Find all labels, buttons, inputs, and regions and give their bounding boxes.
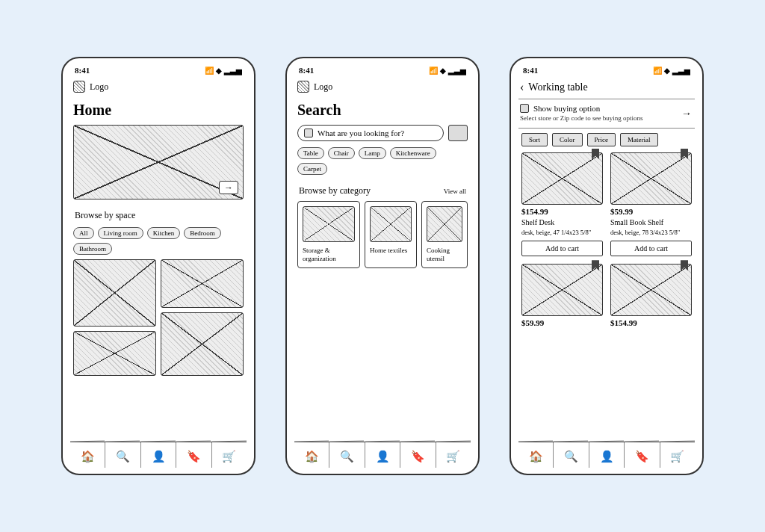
- logo-label: Logo: [90, 81, 108, 93]
- signal-icon: 📶: [205, 66, 214, 75]
- tab-cart[interactable]: 🛒: [436, 442, 471, 468]
- phone-home: 8:41 📶 ◆ ▂▃▅ Logo Home → Browse by space…: [61, 57, 255, 475]
- search-bar: What are you looking for?: [297, 125, 468, 141]
- product-image: [610, 264, 692, 316]
- product-card[interactable]: $154.99 Shelf Desk desk, beige, 47 1/4x2…: [521, 152, 603, 256]
- product-price: $154.99: [610, 318, 692, 327]
- artboard: 8:41 📶 ◆ ▂▃▅ Logo Home → Browse by space…: [61, 57, 704, 475]
- tab-profile[interactable]: 👤: [589, 442, 625, 468]
- status-bar: 8:41 📶 ◆ ▂▃▅: [70, 66, 247, 78]
- back-icon[interactable]: ‹: [520, 81, 524, 94]
- space-tile[interactable]: [73, 259, 156, 327]
- chip-living-room[interactable]: Living room: [98, 227, 143, 239]
- tab-search[interactable]: 🔍: [554, 442, 589, 468]
- battery-icon: ▂▃▅: [448, 66, 466, 75]
- category-row[interactable]: Storage & organization Home textiles Coo…: [296, 201, 469, 268]
- category-card[interactable]: Home textiles: [365, 201, 417, 268]
- tab-bookmarks[interactable]: 🔖: [625, 442, 660, 468]
- chip-kitchen[interactable]: Kitchen: [147, 227, 181, 239]
- filter-price[interactable]: Price: [587, 133, 616, 146]
- chip-table[interactable]: Table: [297, 147, 324, 159]
- filter-row: Sort Color Price Material: [520, 133, 693, 152]
- filter-material[interactable]: Material: [620, 133, 658, 146]
- search-input[interactable]: What are you looking for?: [297, 125, 444, 141]
- search-icon: [304, 129, 313, 137]
- tab-search[interactable]: 🔍: [329, 442, 365, 468]
- back-row: ‹ Working table: [518, 78, 695, 99]
- tab-cart[interactable]: 🛒: [212, 442, 247, 468]
- tab-search[interactable]: 🔍: [105, 442, 140, 468]
- browse-category-label: Browse by category View all: [296, 179, 469, 201]
- tab-profile[interactable]: 👤: [365, 442, 400, 468]
- hero-image[interactable]: →: [73, 125, 244, 200]
- status-time: 8:41: [523, 66, 538, 75]
- space-tile[interactable]: [161, 312, 244, 376]
- status-time: 8:41: [299, 66, 314, 75]
- page-title: Working table: [528, 81, 587, 93]
- chip-carpet[interactable]: Carpet: [297, 163, 327, 175]
- category-label: Cooking utensil: [427, 247, 462, 263]
- results-content: Sort Color Price Material $154.99 Shelf …: [518, 133, 695, 442]
- product-price: $59.99: [610, 207, 692, 216]
- phone-results: 8:41 📶 ◆ ▂▃▅ ‹ Working table Show buying…: [510, 57, 704, 475]
- space-tile[interactable]: [161, 259, 244, 308]
- scan-button[interactable]: [448, 125, 468, 141]
- product-grid: $154.99 Shelf Desk desk, beige, 47 1/4x2…: [520, 152, 693, 327]
- chip-chair[interactable]: Chair: [328, 147, 355, 159]
- tab-bookmarks[interactable]: 🔖: [400, 442, 436, 468]
- page-title: Search: [294, 97, 471, 125]
- space-chip-row: All Living room Kitchen Bedroom Bathroom: [72, 226, 245, 259]
- filter-sort[interactable]: Sort: [521, 133, 548, 146]
- product-card[interactable]: $154.99: [610, 264, 692, 327]
- tab-home[interactable]: 🏠: [518, 442, 554, 468]
- logo-icon: [297, 81, 309, 93]
- tab-profile[interactable]: 👤: [141, 442, 176, 468]
- category-label: Storage & organization: [303, 247, 355, 263]
- category-label: Home textiles: [370, 247, 412, 255]
- chip-all[interactable]: All: [73, 227, 94, 239]
- space-grid: [72, 259, 245, 376]
- status-time: 8:41: [75, 66, 90, 75]
- category-image: [370, 206, 412, 242]
- chip-lamp[interactable]: Lamp: [359, 147, 386, 159]
- tab-home[interactable]: 🏠: [70, 442, 105, 468]
- tabbar: 🏠 🔍 👤 🔖 🛒: [294, 442, 471, 468]
- space-tile[interactable]: [73, 331, 156, 376]
- product-meta: desk, beige, 78 3/4x23 5/8": [610, 229, 692, 236]
- add-to-cart-button[interactable]: Add to cart: [610, 241, 692, 256]
- arrow-right-icon: →: [681, 108, 692, 120]
- product-card[interactable]: $59.99: [521, 264, 603, 327]
- product-image: [610, 152, 692, 205]
- chip-bedroom[interactable]: Bedroom: [184, 227, 221, 239]
- category-card[interactable]: Cooking utensil: [421, 201, 468, 268]
- view-all-link[interactable]: View all: [444, 188, 466, 195]
- tab-bookmarks[interactable]: 🔖: [176, 442, 211, 468]
- bookmark-icon[interactable]: [681, 260, 688, 270]
- buying-option-banner[interactable]: Show buying option Select store or Zip c…: [518, 99, 695, 129]
- tab-cart[interactable]: 🛒: [660, 442, 695, 468]
- buying-option-subtitle: Select store or Zip code to see buying o…: [520, 114, 693, 122]
- product-price: $154.99: [521, 207, 603, 216]
- chip-kitchenware[interactable]: Kitchenware: [390, 147, 436, 159]
- bookmark-icon[interactable]: [592, 149, 599, 159]
- battery-icon: ▂▃▅: [224, 66, 242, 75]
- product-name: Shelf Desk: [521, 218, 603, 226]
- logo-icon: [73, 81, 85, 93]
- status-bar: 8:41 📶 ◆ ▂▃▅: [294, 66, 471, 78]
- product-card[interactable]: $59.99 Small Book Shelf desk, beige, 78 …: [610, 152, 692, 256]
- tabbar: 🏠 🔍 👤 🔖 🛒: [518, 442, 695, 468]
- bookmark-icon[interactable]: [592, 260, 599, 270]
- browse-space-label: Browse by space: [72, 204, 245, 226]
- tab-home[interactable]: 🏠: [294, 442, 329, 468]
- status-icons: 📶 ◆ ▂▃▅: [429, 66, 466, 75]
- filter-color[interactable]: Color: [552, 133, 583, 146]
- tag-chip-row: Table Chair Lamp Kitchenware Carpet: [296, 146, 469, 179]
- bookmark-icon[interactable]: [681, 149, 688, 159]
- add-to-cart-button[interactable]: Add to cart: [521, 241, 603, 256]
- status-bar: 8:41 📶 ◆ ▂▃▅: [518, 66, 695, 78]
- hero-next-button[interactable]: →: [219, 181, 238, 194]
- category-image: [427, 206, 462, 242]
- category-card[interactable]: Storage & organization: [297, 201, 360, 268]
- chip-bathroom[interactable]: Bathroom: [73, 243, 112, 255]
- buying-option-title: Show buying option: [533, 104, 600, 113]
